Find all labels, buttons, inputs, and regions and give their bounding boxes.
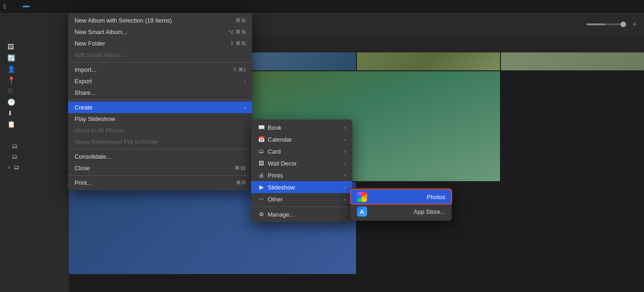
apple-menu[interactable]:  [4,3,6,10]
create-manage[interactable]: ⚙ Manage... [251,208,352,220]
menu-new-folder[interactable]: New Folder ⇧ ⌘ N [68,38,252,49]
slideshow-label: Slideshow [268,184,295,191]
close-label: Close [75,165,90,172]
people-icon: 👤 [7,65,15,73]
create-card[interactable]: 🗂 Card › [251,145,352,157]
create-arrow: › [244,105,246,110]
menu-print[interactable]: Print... ⌘ P [68,177,252,189]
create-separator [251,206,352,207]
create-book[interactable]: 📖 Book › [251,121,352,133]
create-calendar[interactable]: 📅 Calendar › [251,133,352,145]
create-label: Create [75,104,92,111]
sidebar-item-media-types[interactable]: › 🗂 [0,141,69,151]
menu-create[interactable]: Create › [68,102,252,113]
export-arrow: › [244,79,246,84]
book-icon: 📖 [258,124,265,131]
slideshow-app-store-label: App Store... [414,208,445,215]
menu-export[interactable]: Export › [68,75,252,87]
menu-view[interactable] [67,6,74,7]
photo-cell [357,52,500,70]
sidebar-item-favorites[interactable]: ♡ [0,86,69,97]
new-folder-label: New Folder [75,40,105,47]
sidebar-item-library[interactable]: 🖼 [0,41,69,52]
other-icon: ⋯ [258,195,265,203]
wall-decor-label: Wall Decor [268,160,297,167]
separator-3 [68,149,252,149]
sidebar-media-label: 🗂 [12,143,17,149]
prints-arrow: › [344,172,346,178]
menu-new-album[interactable]: New Album with Selection (19 Items) ⌘ N [68,15,252,26]
slideshow-photos-label: Photos [427,194,445,200]
menu-help[interactable] [96,6,104,7]
card-label: Card [268,148,281,155]
create-other[interactable]: ⋯ Other › [251,193,352,205]
menu-edit[interactable] [37,6,45,7]
sidebar: 🖼 🔄 👤 📍 ♡ 🕐 ⬇ 📋 › 🗂 › 🗂 ∨ [0,13,69,292]
other-arrow: › [344,196,346,202]
sidebar-item-imports[interactable]: ⬇ [0,108,69,119]
places-icon: 📍 [7,76,15,84]
menu-consolidate[interactable]: Consolidate... [68,151,252,162]
sidebar-albums-label [0,135,69,141]
recents-icon: 🕐 [7,98,15,106]
show-all-photos-label: Show in All Photos [75,127,124,134]
manage-label: Manage... [268,211,294,218]
imports-icon: ⬇ [7,109,13,117]
chevron-shared-icon: › [7,154,9,159]
menu-file[interactable] [23,6,30,7]
sidebar-photos-label [0,36,69,41]
menu-close[interactable]: Close ⌘ W [68,162,252,174]
photos-app-icon [357,192,367,202]
show-referenced-label: Show Referenced File in Finder [75,138,158,145]
export-label: Export [75,78,92,85]
sidebar-item-places[interactable]: 📍 [0,74,69,86]
app-store-icon: A [357,206,367,217]
consolidate-label: Consolidate... [75,153,111,160]
sidebar-item-shared-albums[interactable]: › 🗂 [0,151,69,162]
new-smart-album-shortcut: ⌥ ⌘ N [228,29,246,35]
menu-play-slideshow[interactable]: Play Slideshow [68,113,252,125]
new-album-label: New Album with Selection (19 Items) [75,17,172,24]
new-smart-album-label: New Smart Album... [75,29,127,35]
create-wall-decor[interactable]: 🖼 Wall Decor › [251,157,352,169]
separator-4 [68,175,252,176]
sidebar-item-memories[interactable]: 🔄 [0,52,69,63]
create-slideshow[interactable]: ▶ Slideshow › [251,181,352,193]
menu-share[interactable]: Share... [68,87,252,98]
separator-1 [68,62,252,63]
import-shortcut: ⇧ ⌘ I [233,67,246,73]
prints-icon: 🖨 [258,172,265,179]
play-slideshow-label: Play Slideshow [75,115,115,122]
book-arrow: › [344,125,346,130]
menu-import[interactable]: Import... ⇧ ⌘ I [68,64,252,75]
card-arrow: › [344,149,346,154]
new-album-shortcut: ⌘ N [236,17,246,24]
slideshow-submenu: Photos A App Store... [351,188,452,221]
menu-show-referenced: Show Referenced File in Finder [68,136,252,148]
sidebar-item-duplicate[interactable]: 📋 [0,119,69,130]
menu-image[interactable] [52,6,59,7]
calendar-arrow: › [344,137,346,142]
sidebar-item-my-albums[interactable]: ∨ 🗂 [0,162,69,172]
wall-decor-arrow: › [344,160,346,166]
photo-cell [501,52,644,70]
book-label: Book [268,124,282,131]
calendar-label: Calendar [268,136,292,143]
sidebar-item-recents[interactable]: 🕐 [0,97,69,108]
import-label: Import... [75,66,97,73]
slideshow-app-store[interactable]: A App Store... [351,204,452,219]
close-shortcut: ⌘ W [235,165,246,172]
menu-new-smart-album[interactable]: New Smart Album... ⌥ ⌘ N [68,26,252,38]
prints-label: Prints [268,172,283,179]
file-menu-dropdown: New Album with Selection (19 Items) ⌘ N … [68,13,252,190]
create-prints[interactable]: 🖨 Prints › [251,169,352,181]
menu-bar:  [0,0,644,13]
slideshow-icon: ▶ [258,183,265,191]
menu-edit-smart-album: Edit Smart Album... [68,49,252,61]
calendar-icon: 📅 [258,136,265,143]
print-label: Print... [75,179,92,186]
slideshow-photos[interactable]: Photos [351,189,452,204]
sidebar-myalbums-icon: 🗂 [13,164,19,171]
sidebar-item-people[interactable]: 👤 [0,63,69,74]
menu-window[interactable] [81,6,89,7]
